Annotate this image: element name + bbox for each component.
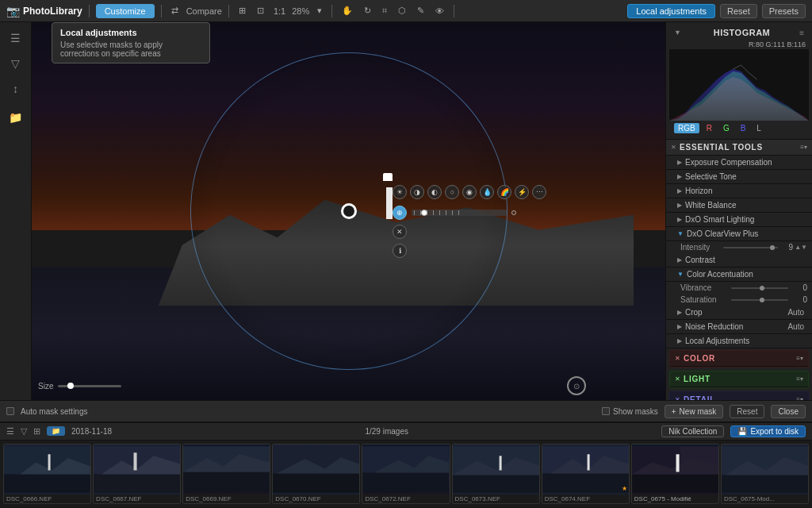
crop-tool[interactable]: ⌗ [379, 4, 390, 17]
wb-icon[interactable]: ⚡ [515, 185, 529, 199]
vibrance-slider[interactable] [731, 287, 788, 289]
intensity-thumb[interactable] [770, 245, 775, 250]
exposure-icon[interactable]: ☀ [393, 185, 407, 199]
intensity-track[interactable] [723, 247, 778, 248]
perspective-tool[interactable]: ⬡ [395, 4, 409, 17]
smart-lighting-row[interactable]: ▶ DxO Smart Lighting [666, 213, 812, 227]
size-thumb[interactable] [67, 383, 74, 389]
light-section-menu[interactable]: ≡▾ [796, 375, 803, 383]
new-mask-button[interactable]: + New mask [665, 405, 724, 418]
fit-button[interactable]: ⊡ [254, 4, 267, 17]
color-section-header[interactable]: ✕ COLOR ≡▾ [670, 351, 808, 367]
adjustment-slider[interactable] [412, 210, 507, 216]
brush-tool-icon[interactable]: ⊕ [393, 206, 407, 220]
light-section-x[interactable]: ✕ [675, 375, 680, 383]
color-accent-row[interactable]: ▼ Color Accentuation [666, 267, 812, 282]
thumb-item-0675-mod[interactable]: DSC_0675 - Modifié [631, 444, 719, 504]
rotate-tool[interactable]: ↻ [361, 4, 374, 17]
thumb-item-0672[interactable]: DSC_0672.NEF [362, 444, 450, 504]
intensity-down[interactable]: ▼ [801, 244, 807, 251]
channel-l[interactable]: L [753, 123, 765, 133]
channel-r[interactable]: R [703, 123, 716, 133]
show-masks-btn[interactable]: Show masks [602, 407, 658, 416]
filmstrip-sort[interactable]: ☰ [6, 426, 14, 437]
folder-tool[interactable]: 📁 [5, 106, 27, 129]
size-track[interactable] [58, 385, 121, 387]
smart-lighting-expand[interactable]: ▶ [677, 216, 682, 223]
hue-icon[interactable]: 🌈 [497, 185, 511, 199]
zoom-dropdown[interactable]: ▾ [314, 4, 325, 17]
local-adj-expand[interactable]: ▶ [677, 337, 682, 344]
local-adj-row[interactable]: ▶ Local Adjustments [666, 334, 812, 348]
exposure-row[interactable]: ▶ Exposure Compensation [666, 156, 812, 170]
show-masks-checkbox[interactable] [602, 407, 610, 415]
reset-bottom-button[interactable]: Reset [730, 405, 764, 418]
nik-collection-button[interactable]: Nik Collection [661, 425, 724, 437]
mask-center-control[interactable] [341, 203, 357, 219]
light-section-header[interactable]: ✕ LIGHT ≡▾ [670, 371, 808, 387]
eye-tool[interactable]: 👁 [432, 5, 447, 17]
info-icon[interactable]: ℹ [393, 244, 407, 258]
color-accent-expand[interactable]: ▼ [677, 271, 684, 278]
noise-row[interactable]: ▶ Noise Reduction Auto [666, 320, 812, 334]
vibrance-thumb[interactable] [760, 286, 764, 291]
filmstrip-thumbs[interactable]: DSC_0666.NEF DSC_0667.NEF [0, 441, 812, 508]
selective-tone-expand[interactable]: ▶ [677, 173, 682, 180]
exposure-expand[interactable]: ▶ [677, 159, 682, 166]
thumb-item-0669[interactable]: DSC_0669.NEF [182, 444, 270, 504]
photo-canvas[interactable]: ☀ ◑ ◐ ○ ◉ 💧 🌈 ⚡ ⋯ ⊕ [32, 22, 665, 400]
clearview-expand[interactable]: ▼ [677, 230, 684, 237]
saturation-icon[interactable]: 💧 [480, 185, 494, 199]
hand-tool[interactable]: ✋ [339, 4, 356, 17]
noise-expand[interactable]: ▶ [677, 323, 682, 330]
channel-rgb[interactable]: RGB [674, 123, 699, 133]
library-tool[interactable]: ☰ [5, 27, 27, 49]
filmstrip-arrange[interactable]: ⊞ [33, 426, 40, 437]
histogram-menu[interactable]: ≡ [799, 29, 804, 37]
thumb-item-0667[interactable]: DSC_0667.NEF [93, 444, 181, 504]
filter-tool[interactable]: ▽ [5, 52, 27, 75]
local-adjustments-button[interactable]: Local adjustments [627, 4, 715, 18]
saturation-slider[interactable] [731, 299, 788, 301]
detail-section-menu[interactable]: ≡▾ [796, 396, 803, 400]
reset-button[interactable]: Reset [720, 4, 757, 18]
histogram-collapse[interactable]: ▼ [674, 29, 681, 37]
channel-g[interactable]: G [719, 123, 733, 133]
thumb-item-0675[interactable]: DSC_0675-Mod... [721, 444, 809, 504]
highlight-icon[interactable]: ○ [445, 185, 459, 199]
contrast-expand[interactable]: ▶ [677, 256, 682, 264]
close-button[interactable]: Close [771, 405, 806, 418]
eraser-icon[interactable]: ✕ [393, 225, 407, 239]
contrast-row[interactable]: ▶ Contrast [666, 253, 812, 267]
presets-button[interactable]: Presets [762, 4, 806, 18]
filmstrip-filter[interactable]: ▽ [21, 426, 27, 437]
detail-section-header[interactable]: ✕ DETAIL ≡▾ [670, 392, 808, 400]
saturation-thumb[interactable] [760, 298, 764, 302]
intensity-up[interactable]: ▲ [795, 244, 801, 251]
crop-expand[interactable]: ▶ [677, 309, 682, 316]
compare-button[interactable]: ⇄ [168, 4, 182, 17]
sort-tool[interactable]: ↕ [5, 78, 27, 100]
color-section-menu[interactable]: ≡▾ [796, 355, 803, 362]
auto-mask-checkbox[interactable] [6, 407, 14, 415]
view-mode-button[interactable]: ⊞ [236, 4, 249, 17]
color-section-x[interactable]: ✕ [675, 355, 680, 362]
thumb-item-0666[interactable]: DSC_0666.NEF [3, 444, 91, 504]
thumb-item-0670[interactable]: DSC_0670.NEF [272, 444, 360, 504]
horizon-row[interactable]: ▶ Horizon [666, 184, 812, 198]
thumb-item-0673[interactable]: DSC_0673.NEF [452, 444, 540, 504]
customize-tab[interactable]: Customize [96, 4, 155, 18]
more-icon[interactable]: ⋯ [532, 185, 546, 199]
channel-b[interactable]: B [737, 123, 750, 133]
essential-tools-header[interactable]: ✕ ESSENTIAL TOOLS ≡▾ [666, 140, 812, 156]
retouch-tool[interactable]: ✎ [414, 4, 427, 17]
wb-row[interactable]: ▶ White Balance [666, 198, 812, 213]
thumb-item-0674[interactable]: ★ DSC_0674.NEF [542, 444, 630, 504]
horizon-expand[interactable]: ▶ [677, 187, 682, 194]
export-button[interactable]: 💾 Export to disk [730, 425, 806, 437]
selective-tone-row[interactable]: ▶ Selective Tone [666, 170, 812, 184]
clearview-row[interactable]: ▼ DxO ClearView Plus [666, 227, 812, 241]
detail-section-x[interactable]: ✕ [675, 396, 680, 400]
color-icon[interactable]: ◉ [462, 185, 477, 199]
contrast-icon[interactable]: ◑ [410, 185, 424, 199]
